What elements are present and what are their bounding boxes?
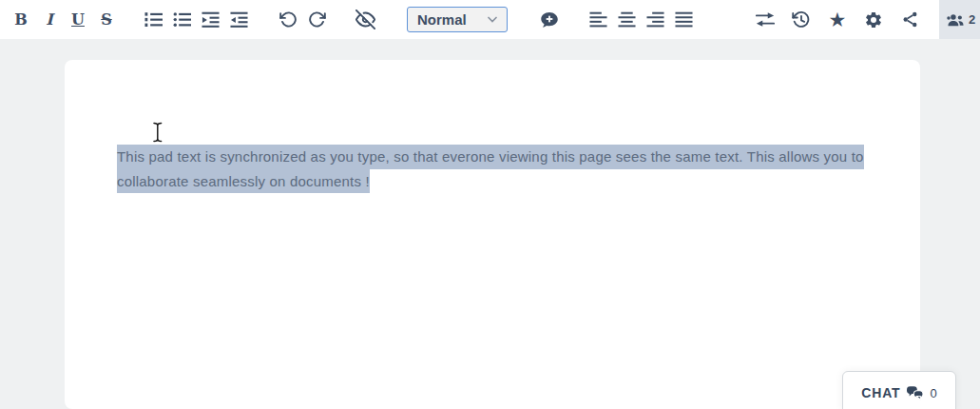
align-center-button[interactable] — [612, 0, 641, 39]
history-group — [274, 0, 331, 39]
bold-button[interactable]: B — [7, 0, 35, 39]
eye-slash-icon — [355, 10, 375, 29]
unordered-list-icon — [173, 10, 191, 29]
format-group: B I U S — [7, 0, 121, 39]
time-history-icon — [792, 10, 811, 29]
underline-icon: U — [71, 12, 85, 28]
indent-button[interactable] — [196, 0, 224, 39]
import-export-button[interactable] — [747, 0, 783, 39]
editor-content: This pad text is synchronized as you typ… — [65, 60, 920, 193]
users-count-label: 2 — [969, 12, 975, 27]
comment-group — [535, 0, 564, 39]
pad-tools-group: ★ — [747, 0, 928, 39]
share-button[interactable] — [892, 0, 928, 39]
indent-icon — [202, 10, 220, 29]
align-group — [584, 0, 698, 39]
chat-label: CHAT — [861, 385, 900, 400]
swap-arrows-icon — [755, 10, 776, 29]
underline-button[interactable]: U — [64, 0, 92, 39]
redo-icon — [308, 10, 326, 29]
align-justify-button[interactable] — [669, 0, 698, 39]
chevron-down-icon — [488, 16, 497, 23]
align-justify-icon — [675, 10, 693, 29]
gear-icon — [864, 10, 883, 29]
ordered-list-icon — [144, 10, 163, 29]
chat-widget[interactable]: CHAT 0 — [842, 371, 956, 409]
authorship-group — [351, 0, 379, 39]
align-left-icon — [589, 10, 607, 29]
users-icon — [946, 10, 965, 29]
connected-users-button[interactable]: 2 — [939, 0, 980, 39]
toolbar: B I U S — [0, 0, 980, 39]
settings-button[interactable] — [855, 0, 892, 39]
unordered-list-button[interactable] — [167, 0, 196, 39]
ordered-list-button[interactable] — [139, 0, 167, 39]
bold-icon: B — [14, 12, 28, 28]
paragraph-style-value: Normal — [417, 11, 467, 28]
add-comment-button[interactable] — [535, 0, 564, 39]
list-group — [139, 0, 253, 39]
editor-text-line-2: collaborate seamlessly on documents ! — [117, 169, 370, 194]
editor-text-line-1: This pad text is synchronized as you typ… — [117, 145, 864, 169]
align-left-button[interactable] — [584, 0, 612, 39]
outdent-button[interactable] — [224, 0, 253, 39]
chat-bubbles-icon — [906, 385, 924, 401]
pad-history-button[interactable] — [783, 0, 819, 39]
favorite-button[interactable]: ★ — [819, 0, 855, 39]
chat-count: 0 — [930, 386, 936, 400]
redo-button[interactable] — [302, 0, 331, 39]
hide-authorship-button[interactable] — [351, 0, 379, 39]
paragraph-style-dropdown[interactable]: Normal — [407, 7, 508, 32]
align-right-icon — [646, 10, 664, 29]
share-icon — [901, 10, 919, 29]
strikethrough-button[interactable]: S — [92, 0, 121, 39]
editor-page[interactable]: This pad text is synchronized as you typ… — [65, 60, 920, 409]
undo-icon — [279, 10, 298, 29]
star-icon: ★ — [829, 10, 847, 29]
align-right-button[interactable] — [641, 0, 669, 39]
outdent-icon — [230, 10, 248, 29]
strikethrough-icon: S — [101, 12, 112, 28]
align-center-icon — [618, 10, 636, 29]
comment-plus-icon — [540, 10, 559, 29]
italic-icon: I — [46, 12, 52, 28]
italic-button[interactable]: I — [35, 0, 64, 39]
undo-button[interactable] — [274, 0, 302, 39]
